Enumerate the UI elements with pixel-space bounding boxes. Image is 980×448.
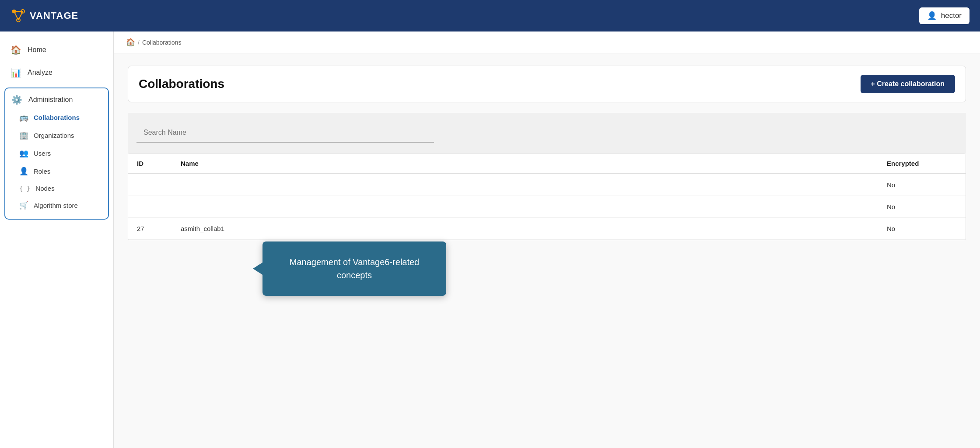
content-area: Collaborations + Create collaboration ID…: [114, 53, 980, 448]
sidebar-item-roles[interactable]: 👤 Roles: [16, 162, 102, 180]
roles-label: Roles: [34, 168, 50, 175]
organizations-label: Organizations: [34, 132, 74, 139]
col-encrypted: Encrypted: [887, 160, 957, 167]
tooltip-text: Management of Vantage6-related concepts: [290, 257, 420, 280]
breadcrumb-current: Collaborations: [142, 39, 182, 46]
sidebar-item-users[interactable]: 👥 Users: [16, 144, 102, 162]
user-icon: 👤: [927, 11, 937, 21]
username-label: hector: [941, 11, 962, 20]
algorithm-store-icon: 🛒: [19, 201, 28, 210]
body-layout: 🏠 Home 📊 Analyze ⚙️ Administration 🚌 Col…: [0, 32, 980, 448]
admin-header-row[interactable]: ⚙️ Administration: [11, 93, 102, 108]
table-row[interactable]: No: [128, 196, 966, 218]
sidebar-item-home[interactable]: 🏠 Home: [0, 38, 113, 61]
svg-line-5: [18, 11, 23, 20]
collaborations-table: ID Name Encrypted No No 27 asmith_collab…: [128, 153, 966, 240]
users-label: Users: [34, 150, 51, 157]
sidebar-home-label: Home: [28, 46, 46, 54]
algorithm-store-label: Algorithm store: [34, 202, 78, 209]
col-id: ID: [137, 160, 181, 167]
tooltip-overlay: Management of Vantage6-related concepts: [262, 242, 446, 296]
search-section: [128, 113, 966, 153]
roles-icon: 👤: [19, 167, 28, 176]
nodes-icon: { }: [19, 185, 30, 192]
users-icon: 👥: [19, 149, 28, 158]
table-row[interactable]: 27 asmith_collab1 No: [128, 218, 966, 240]
sidebar-item-organizations[interactable]: 🏢 Organizations: [16, 126, 102, 144]
nodes-label: Nodes: [35, 185, 54, 192]
row3-encrypted: No: [887, 225, 957, 232]
breadcrumb-home-icon[interactable]: 🏠: [126, 38, 135, 47]
sidebar-item-algorithm-store[interactable]: 🛒 Algorithm store: [16, 196, 102, 214]
logo-icon: [10, 8, 26, 24]
row1-encrypted: No: [887, 181, 957, 189]
row3-id: 27: [137, 225, 181, 232]
logo-text: VANTAGE: [30, 10, 78, 21]
home-icon: 🏠: [10, 45, 21, 55]
user-menu-button[interactable]: 👤 hector: [919, 7, 970, 24]
tooltip-arrow: [253, 262, 262, 275]
search-input[interactable]: [136, 123, 434, 143]
breadcrumb-separator: /: [138, 39, 140, 46]
analyze-icon: 📊: [10, 67, 21, 78]
row2-encrypted: No: [887, 203, 957, 210]
collaborations-label: Collaborations: [34, 114, 80, 121]
row3-name: asmith_collab1: [181, 225, 887, 232]
table-header: ID Name Encrypted: [128, 154, 966, 174]
svg-line-4: [14, 11, 18, 20]
admin-subitems: 🚌 Collaborations 🏢 Organizations 👥 Users…: [11, 108, 102, 214]
sidebar-admin-group: ⚙️ Administration 🚌 Collaborations 🏢 Org…: [4, 88, 109, 220]
table-row[interactable]: No: [128, 174, 966, 196]
sidebar: 🏠 Home 📊 Analyze ⚙️ Administration 🚌 Col…: [0, 32, 114, 448]
breadcrumb: 🏠 / Collaborations: [114, 32, 980, 53]
collaborations-icon: 🚌: [19, 113, 28, 122]
app-header: VANTAGE 👤 hector: [0, 0, 980, 32]
create-collaboration-button[interactable]: + Create collaboration: [861, 75, 956, 93]
sidebar-item-analyze[interactable]: 📊 Analyze: [0, 61, 113, 84]
organizations-icon: 🏢: [19, 131, 28, 140]
admin-label: Administration: [28, 96, 73, 104]
page-header: Collaborations + Create collaboration: [128, 66, 966, 102]
col-name: Name: [181, 160, 887, 167]
main-content: 🏠 / Collaborations Collaborations + Crea…: [114, 32, 980, 448]
page-title: Collaborations: [139, 77, 224, 91]
logo: VANTAGE: [10, 8, 78, 24]
admin-icon: ⚙️: [11, 94, 22, 105]
sidebar-item-nodes[interactable]: { } Nodes: [16, 180, 102, 196]
sidebar-analyze-label: Analyze: [28, 69, 52, 77]
sidebar-item-collaborations[interactable]: 🚌 Collaborations: [16, 108, 102, 126]
